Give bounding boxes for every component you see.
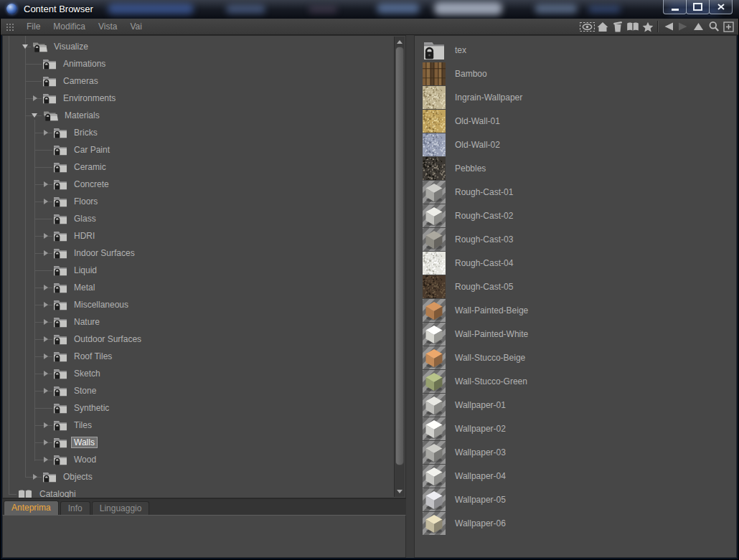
material-item-rough-cast-02[interactable]: Rough-Cast-02 bbox=[423, 204, 736, 227]
material-item-old-wall-01[interactable]: Old-Wall-01 bbox=[423, 109, 736, 133]
material-item-wall-painted-beige[interactable]: Wall-Painted-Beige bbox=[423, 298, 736, 322]
tree-item-roof-tiles[interactable]: Roof Tiles bbox=[3, 348, 395, 365]
material-item-wallpaper-03[interactable]: Wallpaper-03 bbox=[423, 440, 736, 464]
menu-file[interactable]: File bbox=[20, 22, 47, 32]
expander-open-icon[interactable] bbox=[32, 113, 37, 118]
material-item-rough-cast-05[interactable]: Rough-Cast-05 bbox=[423, 275, 736, 298]
advanced-search-button[interactable] bbox=[721, 19, 736, 34]
material-item-rough-cast-03[interactable]: Rough-Cast-03 bbox=[423, 227, 736, 251]
tree-item-bricks[interactable]: Bricks bbox=[3, 124, 395, 141]
catalogs-button[interactable] bbox=[625, 19, 640, 34]
tree-item-materials[interactable]: Materials bbox=[3, 107, 395, 124]
expander-collapsed-icon[interactable] bbox=[44, 371, 48, 376]
tree-scrollbar[interactable] bbox=[394, 37, 405, 497]
tree-item-sketch[interactable]: Sketch bbox=[3, 365, 395, 382]
expander-collapsed-icon[interactable] bbox=[44, 250, 48, 256]
tree-item-walls[interactable]: Walls bbox=[3, 434, 395, 451]
tab-anteprima[interactable]: Anteprima bbox=[4, 500, 59, 515]
tree-item-objects[interactable]: Objects bbox=[3, 468, 395, 485]
tab-info[interactable]: Info bbox=[60, 501, 90, 515]
material-item-pebbles[interactable]: Pebbles bbox=[423, 156, 736, 180]
preview-panel bbox=[2, 515, 406, 558]
tree-item-car-paint[interactable]: Car Paint bbox=[3, 141, 395, 158]
material-item-wallpaper-04[interactable]: Wallpaper-04 bbox=[423, 464, 736, 488]
menu-vista[interactable]: Vista bbox=[92, 22, 123, 32]
titlebar[interactable]: Content Browser bbox=[0, 0, 739, 19]
tree-item-metal[interactable]: Metal bbox=[3, 279, 395, 296]
tree-item-tiles[interactable]: Tiles bbox=[3, 417, 395, 434]
scroll-down-button[interactable] bbox=[395, 487, 405, 496]
tree-item-label: Synthetic bbox=[74, 403, 109, 413]
tree-item-cameras[interactable]: Cameras bbox=[3, 72, 395, 90]
material-item-rough-cast-01[interactable]: Rough-Cast-01 bbox=[423, 180, 736, 204]
expander-collapsed-icon[interactable] bbox=[44, 285, 48, 290]
tab-linguaggio[interactable]: Linguaggio bbox=[92, 501, 150, 515]
material-item-ingrain-wallpaper[interactable]: Ingrain-Wallpaper bbox=[423, 85, 736, 109]
menu-vai[interactable]: Vai bbox=[124, 22, 149, 32]
material-item-tex[interactable]: tex bbox=[423, 38, 736, 62]
material-item-wall-stucco-green[interactable]: Wall-Stucco-Green bbox=[423, 369, 736, 393]
material-item-wallpaper-01[interactable]: Wallpaper-01 bbox=[423, 393, 736, 417]
tree-item-indoor-surfaces[interactable]: Indoor Surfaces bbox=[3, 245, 395, 262]
expander-collapsed-icon[interactable] bbox=[44, 422, 48, 428]
material-item-wall-stucco-beige[interactable]: Wall-Stucco-Beige bbox=[423, 346, 736, 369]
forward-button[interactable] bbox=[676, 19, 691, 34]
tree-item-liquid[interactable]: Liquid bbox=[3, 262, 395, 279]
tree-item-wood[interactable]: Wood bbox=[3, 451, 395, 468]
expander-collapsed-icon[interactable] bbox=[44, 457, 48, 462]
scrollbar-thumb[interactable] bbox=[395, 47, 404, 465]
expander-collapsed-icon[interactable] bbox=[44, 199, 48, 204]
material-item-wall-painted-white[interactable]: Wall-Painted-White bbox=[423, 322, 736, 346]
scroll-up-button[interactable] bbox=[395, 37, 405, 47]
home-button[interactable] bbox=[595, 19, 610, 34]
tree-item-floors[interactable]: Floors bbox=[3, 193, 395, 210]
tree-item-visualize[interactable]: Visualize bbox=[3, 38, 395, 55]
favorites-button[interactable] bbox=[640, 19, 655, 34]
expander-collapsed-icon[interactable] bbox=[44, 130, 48, 136]
maximize-button[interactable] bbox=[686, 0, 710, 14]
expander-collapsed-icon[interactable] bbox=[44, 388, 48, 394]
tree-item-miscellaneous[interactable]: Miscellaneous bbox=[3, 296, 395, 313]
material-item-wallpaper-05[interactable]: Wallpaper-05 bbox=[423, 488, 736, 511]
tree-item-concrete[interactable]: Concrete bbox=[3, 176, 395, 193]
search-button[interactable] bbox=[706, 19, 721, 34]
recycle-bin-button[interactable] bbox=[610, 19, 625, 34]
tree-item-label: Visualize bbox=[54, 42, 88, 52]
tree-item-stone[interactable]: Stone bbox=[3, 382, 395, 399]
back-button[interactable] bbox=[661, 19, 676, 34]
tree-item-outdoor-surfaces[interactable]: Outdoor Surfaces bbox=[3, 331, 395, 348]
expander-open-icon[interactable] bbox=[22, 44, 28, 49]
preview-marquee-button[interactable] bbox=[580, 19, 595, 34]
tree-item-synthetic[interactable]: Synthetic bbox=[3, 399, 395, 417]
tree-item-hdri[interactable]: HDRI bbox=[3, 227, 395, 245]
menu-grip-icon[interactable] bbox=[6, 23, 15, 31]
expander-collapsed-icon[interactable] bbox=[44, 233, 48, 239]
material-thumbnail bbox=[423, 299, 446, 322]
close-button[interactable] bbox=[709, 0, 733, 14]
expander-collapsed-icon[interactable] bbox=[44, 336, 48, 342]
expander-collapsed-icon[interactable] bbox=[44, 302, 48, 308]
expander-collapsed-icon[interactable] bbox=[33, 95, 37, 101]
expander-collapsed-icon[interactable] bbox=[44, 319, 48, 325]
expander-collapsed-icon[interactable] bbox=[44, 181, 48, 187]
minimize-button[interactable] bbox=[663, 0, 687, 14]
window-title: Content Browser bbox=[24, 4, 93, 14]
material-item-rough-cast-04[interactable]: Rough-Cast-04 bbox=[423, 251, 736, 275]
material-item-old-wall-02[interactable]: Old-Wall-02 bbox=[423, 133, 736, 156]
tree-item-nature[interactable]: Nature bbox=[3, 313, 395, 331]
material-item-wallpaper-02[interactable]: Wallpaper-02 bbox=[423, 417, 736, 440]
folder-icon bbox=[53, 179, 67, 190]
expander-collapsed-icon[interactable] bbox=[44, 353, 48, 359]
tree-item-ceramic[interactable]: Ceramic bbox=[3, 158, 395, 176]
material-item-wallpaper-06[interactable]: Wallpaper-06 bbox=[423, 511, 736, 535]
tree-item-cataloghi[interactable]: Cataloghi bbox=[3, 485, 395, 498]
tree-item-environments[interactable]: Environments bbox=[3, 90, 395, 107]
expander-collapsed-icon[interactable] bbox=[44, 440, 48, 445]
tree-item-animations[interactable]: Animations bbox=[3, 55, 395, 72]
material-item-bamboo[interactable]: Bamboo bbox=[423, 62, 736, 85]
menu-modifica[interactable]: Modifica bbox=[47, 22, 92, 32]
tree-item-glass[interactable]: Glass bbox=[3, 210, 395, 227]
expander-collapsed-icon[interactable] bbox=[33, 474, 37, 480]
up-button[interactable] bbox=[691, 19, 706, 34]
tree-connector-line bbox=[9, 494, 17, 495]
